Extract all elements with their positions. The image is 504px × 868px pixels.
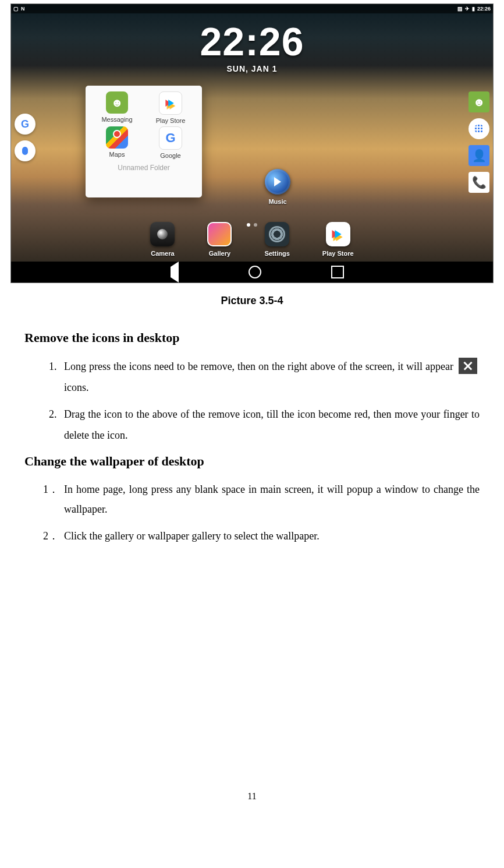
- camera-icon: [150, 222, 175, 246]
- step1-part-a: Long press the icons need to be remove, …: [64, 361, 456, 372]
- play-store-icon: [326, 222, 350, 246]
- messaging-shortcut[interactable]: ☻: [468, 91, 489, 112]
- heading-wallpaper: Change the wallpaper of desktop: [24, 454, 480, 469]
- navigation-bar: [11, 262, 493, 283]
- folder-app-label: Messaging: [101, 116, 132, 123]
- heading-remove: Remove the icons in desktop: [24, 330, 480, 345]
- dock-camera[interactable]: Camera: [150, 222, 175, 257]
- status-time: 22:26: [477, 4, 491, 13]
- android-home-screenshot: ▢ N ▨ ✈ ▮ 22:26 22:26 SUN, JAN 1 G ☻ 👤 📞…: [10, 3, 494, 283]
- clock-time: 22:26: [200, 22, 304, 61]
- airplane-icon: ✈: [465, 4, 470, 13]
- google-icon: [159, 126, 182, 150]
- play-store-icon: [159, 91, 182, 115]
- page-number: 11: [0, 791, 504, 813]
- settings-icon: [265, 222, 289, 246]
- remove-step-2: Drag the icon to the above of the remove…: [59, 404, 480, 446]
- apps-drawer-button[interactable]: [468, 118, 489, 139]
- music-icon: [265, 169, 290, 195]
- dock-play-store[interactable]: Play Store: [322, 222, 354, 257]
- folder-app-google[interactable]: Google: [145, 126, 196, 159]
- folder-app-label: Play Store: [156, 117, 186, 124]
- right-edge-panel: ☻ 👤 📞: [468, 91, 489, 193]
- voice-search-button[interactable]: [15, 140, 36, 161]
- folder-popup[interactable]: ☻ Messaging Play Store Maps Google Unnam…: [86, 86, 202, 197]
- close-icon: [459, 358, 477, 374]
- remove-step-1: Long press the icons need to be remove, …: [59, 356, 480, 398]
- dock-label: Gallery: [209, 250, 230, 257]
- figure-caption: Picture 3.5-4: [0, 295, 504, 307]
- image-notif-icon: ▢: [13, 4, 19, 13]
- folder-app-label: Google: [160, 152, 180, 159]
- dock-label: Settings: [264, 250, 289, 257]
- dock-label: Camera: [151, 250, 174, 257]
- google-search-button[interactable]: G: [15, 114, 36, 135]
- folder-title[interactable]: Unnamed Folder: [86, 159, 202, 175]
- nav-home-button[interactable]: [249, 266, 261, 278]
- dock-gallery[interactable]: Gallery: [207, 222, 232, 257]
- section-remove-icons: Remove the icons in desktop Long press t…: [0, 330, 504, 546]
- folder-app-label: Maps: [109, 151, 125, 158]
- contacts-shortcut[interactable]: 👤: [468, 145, 489, 166]
- dock-settings[interactable]: Settings: [264, 222, 289, 257]
- page-indicator: [247, 223, 257, 227]
- gallery-icon: [207, 222, 232, 246]
- status-bar: ▢ N ▨ ✈ ▮ 22:26: [11, 4, 493, 13]
- step1-part-b: icons.: [64, 382, 89, 393]
- nav-recent-button[interactable]: [331, 266, 344, 278]
- dock-label: Play Store: [322, 250, 354, 257]
- music-app[interactable]: Music: [261, 169, 294, 205]
- clock-widget: 22:26 SUN, JAN 1: [200, 22, 304, 73]
- no-sim-icon: ▨: [457, 4, 463, 13]
- messaging-icon: ☻: [106, 91, 128, 114]
- nav-back-button[interactable]: [160, 262, 179, 283]
- wallpaper-step-1: In home page, long press any blank space…: [59, 479, 480, 519]
- dock: Camera Gallery Settings Play Store: [11, 222, 493, 257]
- phone-shortcut[interactable]: 📞: [468, 172, 489, 193]
- battery-icon: ▮: [472, 4, 475, 13]
- clock-date: SUN, JAN 1: [200, 65, 304, 73]
- folder-app-messaging[interactable]: ☻ Messaging: [91, 91, 143, 124]
- music-label: Music: [261, 198, 294, 205]
- folder-app-maps[interactable]: Maps: [91, 126, 143, 159]
- maps-icon: [106, 126, 128, 149]
- left-edge-panel: G: [15, 114, 36, 161]
- wallpaper-step-2: Click the gallery or wallpaper gallery t…: [59, 526, 480, 546]
- folder-app-play-store[interactable]: Play Store: [145, 91, 196, 124]
- n-notif-icon: N: [21, 4, 25, 13]
